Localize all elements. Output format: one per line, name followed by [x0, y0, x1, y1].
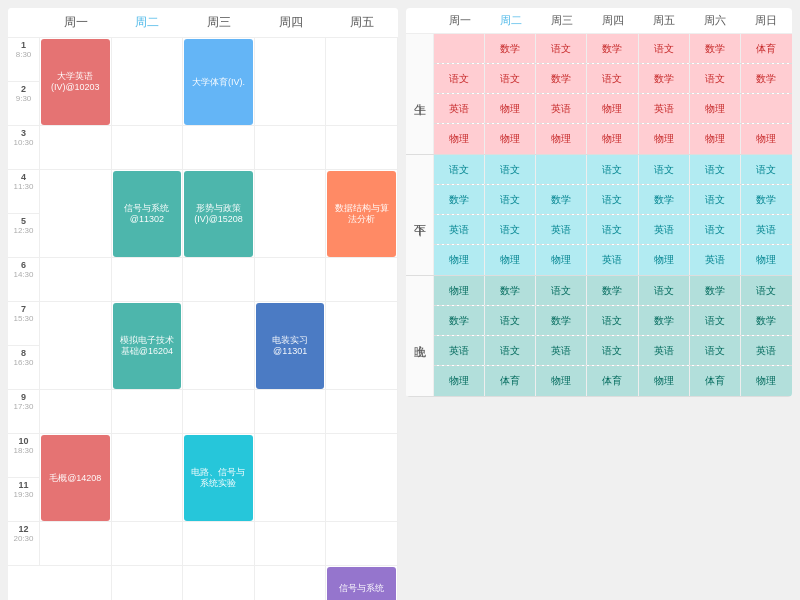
am-r4-thu: 物理 [587, 124, 638, 154]
course-electrical-practice[interactable]: 电装实习@11301 [256, 303, 325, 389]
pm-r4-wed: 物理 [536, 245, 587, 275]
am-r2-thu: 语文 [587, 64, 638, 93]
eve-r4-thu: 体育 [587, 366, 638, 396]
slot-thu-2 [255, 126, 326, 170]
slot-wed-7: 电路、信号与系统实验 [183, 434, 254, 522]
eve-r1-sat: 数学 [690, 276, 741, 305]
am-row-1: 数学 语文 数学 语文 数学 体育 [434, 34, 792, 64]
slot-mon-8 [40, 522, 111, 566]
course-maogai[interactable]: 毛概@14208 [41, 435, 110, 521]
time-slot-4: 411:30 [8, 170, 40, 214]
day-col-fri: 数据结构与算法分析 信号与系统 [326, 38, 398, 600]
slot-tue-2 [112, 126, 183, 170]
left-header-fri: 周五 [326, 8, 398, 37]
pm-row-4: 物理 物理 物理 英语 物理 英语 物理 [434, 245, 792, 275]
pm-r4-tue: 物理 [485, 245, 536, 275]
course-data-structure[interactable]: 数据结构与算法分析 [327, 171, 396, 257]
pm-r4-sat: 英语 [690, 245, 741, 275]
pm-r4-sun: 物理 [741, 245, 792, 275]
eve-r3-fri: 英语 [639, 336, 690, 365]
right-header-tue: 周二 [485, 8, 536, 33]
slot-mon-4 [40, 258, 111, 302]
course-circuit-signal[interactable]: 电路、信号与系统实验 [184, 435, 253, 521]
course-situation-policy[interactable]: 形势与政策(IV)@15208 [184, 171, 253, 257]
course-sports[interactable]: 大学体育(IV). [184, 39, 253, 125]
slot-tue-5: 模拟电子技术基础@16204 [112, 302, 183, 390]
right-header-thu: 周四 [587, 8, 638, 33]
slot-wed-8 [183, 522, 254, 566]
eve-r2-fri: 数学 [639, 306, 690, 335]
eve-r3-thu: 语文 [587, 336, 638, 365]
am-rows: 数学 语文 数学 语文 数学 体育 语文 语文 数学 语文 数学 语文 数学 [434, 34, 792, 154]
slot-thu-4 [255, 258, 326, 302]
pm-row-1: 语文 语文 语文 语文 语文 语文 [434, 155, 792, 185]
pm-r2-tue: 语文 [485, 185, 536, 214]
am-r3-fri: 英语 [639, 94, 690, 123]
pm-r1-mon: 语文 [434, 155, 485, 184]
slot-fri-8 [326, 522, 397, 566]
am-row-4: 物理 物理 物理 物理 物理 物理 物理 [434, 124, 792, 154]
slot-tue-3: 信号与系统@11302 [112, 170, 183, 258]
am-r4-wed: 物理 [536, 124, 587, 154]
slot-tue-7 [112, 434, 183, 522]
am-r2-sun: 数学 [741, 64, 792, 93]
course-analog-electronics[interactable]: 模拟电子技术基础@16204 [113, 303, 182, 389]
eve-row-2: 数学 语文 数学 语文 数学 语文 数学 [434, 306, 792, 336]
right-header-sun: 周日 [741, 8, 792, 33]
time-slot-2: 29:30 [8, 82, 40, 126]
pm-r1-wed [536, 155, 587, 184]
left-schedule: 周一 周二 周三 周四 周五 18:30 29:30 310:30 411:30… [8, 8, 398, 600]
time-slot-6: 614:30 [8, 258, 40, 302]
pm-r3-mon: 英语 [434, 215, 485, 244]
right-header-wed: 周三 [536, 8, 587, 33]
eve-r1-fri: 语文 [639, 276, 690, 305]
course-signal-sys-2[interactable]: 信号与系统 [327, 567, 396, 600]
left-header-wed: 周三 [183, 8, 255, 37]
pm-r4-thu: 英语 [587, 245, 638, 275]
slot-tue-8 [112, 522, 183, 566]
am-row-3: 英语 物理 英语 物理 英语 物理 [434, 94, 792, 124]
am-r4-mon: 物理 [434, 124, 485, 154]
right-header-fri: 周五 [639, 8, 690, 33]
slot-fri-5 [326, 302, 397, 390]
slot-thu-6 [255, 390, 326, 434]
time-slot-11: 1119:30 [8, 478, 40, 522]
am-label: 上午 [406, 34, 434, 154]
pm-r3-tue: 语文 [485, 215, 536, 244]
left-header-empty [8, 8, 40, 37]
slot-fri-6 [326, 390, 397, 434]
course-english-iv[interactable]: 大学英语(IV)@10203 [41, 39, 110, 125]
eve-section: 晚上 物理 数学 语文 数学 语文 数学 语文 数学 语文 数学 语文 数学 [406, 276, 792, 397]
left-header-mon: 周一 [40, 8, 112, 37]
course-signal-sys[interactable]: 信号与系统@11302 [113, 171, 182, 257]
am-r1-sat: 数学 [690, 34, 741, 63]
slot-fri-9: 信号与系统 [326, 566, 397, 600]
pm-r1-fri: 语文 [639, 155, 690, 184]
slot-fri-3: 数据结构与算法分析 [326, 170, 397, 258]
day-col-tue: 信号与系统@11302 模拟电子技术基础@16204 [112, 38, 184, 600]
pm-r3-wed: 英语 [536, 215, 587, 244]
eve-r4-tue: 体育 [485, 366, 536, 396]
am-r2-mon: 语文 [434, 64, 485, 93]
pm-r4-fri: 物理 [639, 245, 690, 275]
slot-tue-4 [112, 258, 183, 302]
time-slot-7: 715:30 [8, 302, 40, 346]
eve-r3-tue: 语文 [485, 336, 536, 365]
am-r3-sun [741, 94, 792, 123]
left-schedule-header: 周一 周二 周三 周四 周五 [8, 8, 398, 38]
slot-tue-9 [112, 566, 183, 600]
eve-row-3: 英语 语文 英语 语文 英语 语文 英语 [434, 336, 792, 366]
pm-r2-fri: 数学 [639, 185, 690, 214]
slot-wed-3: 形势与政策(IV)@15208 [183, 170, 254, 258]
pm-rows: 语文 语文 语文 语文 语文 语文 数学 语文 数学 语文 数学 语文 数学 [434, 155, 792, 275]
eve-r3-sat: 语文 [690, 336, 741, 365]
am-r2-fri: 数学 [639, 64, 690, 93]
slot-fri-7 [326, 434, 397, 522]
am-r2-tue: 语文 [485, 64, 536, 93]
pm-r2-sun: 数学 [741, 185, 792, 214]
am-r3-tue: 物理 [485, 94, 536, 123]
eve-r1-sun: 语文 [741, 276, 792, 305]
eve-r1-tue: 数学 [485, 276, 536, 305]
eve-r4-sat: 体育 [690, 366, 741, 396]
pm-r1-thu: 语文 [587, 155, 638, 184]
